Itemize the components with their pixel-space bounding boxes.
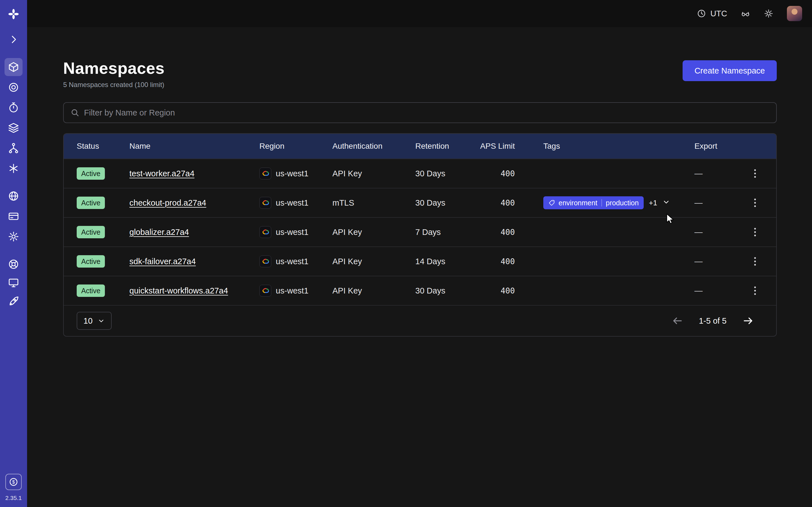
previous-page-button[interactable] xyxy=(672,315,683,327)
retention-value: 7 Days xyxy=(415,228,480,237)
sidebar-item-support[interactable] xyxy=(4,255,22,273)
page-size-select[interactable]: 10 xyxy=(77,312,112,330)
status-badge: Active xyxy=(77,167,105,180)
rings-icon xyxy=(8,81,19,93)
namespace-link[interactable]: globalizer.a27a4 xyxy=(130,228,189,237)
app-version: 2.35.1 xyxy=(5,495,22,501)
aps-value: 400 xyxy=(480,286,543,295)
sidebar-item-branch[interactable] xyxy=(4,139,22,157)
auth-value: API Key xyxy=(333,286,415,295)
tag-value: production xyxy=(606,199,639,207)
tag-badge[interactable]: environment production xyxy=(543,196,644,209)
kebab-menu-icon[interactable] xyxy=(752,196,758,209)
sidebar-item-nexus[interactable] xyxy=(4,159,22,177)
sidebar-expand-chevron-icon[interactable] xyxy=(4,31,22,48)
sidebar-item-screen[interactable] xyxy=(4,274,22,292)
page-subtitle: 5 Namespaces created (100 limit) xyxy=(63,81,165,89)
export-value: — xyxy=(695,228,703,237)
sidebar-item-billing[interactable] xyxy=(4,207,22,225)
kebab-menu-icon[interactable] xyxy=(752,226,758,238)
aps-value: 400 xyxy=(480,257,543,266)
chevron-down-icon xyxy=(98,317,105,325)
clock-icon xyxy=(697,9,706,18)
retention-value: 14 Days xyxy=(415,257,480,266)
sidebar-item-timer[interactable] xyxy=(4,99,22,117)
column-header-aps: APS Limit xyxy=(480,142,543,151)
next-page-button[interactable] xyxy=(742,315,754,327)
auth-value: API Key xyxy=(333,169,415,178)
namespace-link[interactable]: checkout-prod.a27a4 xyxy=(130,198,206,207)
theme-toggle-button[interactable] xyxy=(764,9,773,18)
kebab-menu-icon[interactable] xyxy=(752,167,758,180)
status-badge: Active xyxy=(77,284,105,297)
sun-icon xyxy=(764,9,773,18)
region-label: us-west1 xyxy=(276,198,308,208)
gcp-region-icon xyxy=(259,197,271,209)
arrow-left-icon xyxy=(672,315,683,327)
export-value: — xyxy=(695,169,703,178)
kebab-menu-icon[interactable] xyxy=(752,284,758,297)
tag-more-count: +1 xyxy=(649,199,657,207)
table-row: Active globalizer.a27a4 us-west1 API Key… xyxy=(64,217,776,246)
region-label: us-west1 xyxy=(276,169,308,178)
retention-value: 30 Days xyxy=(415,169,480,178)
sidebar-item-layers[interactable] xyxy=(4,119,22,137)
column-header-tags: Tags xyxy=(543,142,695,151)
globe-icon xyxy=(8,190,19,202)
sidebar-item-namespaces[interactable] xyxy=(4,58,22,76)
table-footer: 10 1-5 of 5 xyxy=(64,305,776,336)
auth-value: API Key xyxy=(333,228,415,237)
table-row: Active checkout-prod.a27a4 us-west1 mTLS… xyxy=(64,188,776,217)
column-header-name: Name xyxy=(130,142,259,151)
column-header-status: Status xyxy=(77,142,130,151)
page-size-value: 10 xyxy=(84,316,93,326)
gcp-region-icon xyxy=(259,226,271,238)
retention-value: 30 Days xyxy=(415,286,480,295)
aps-value: 400 xyxy=(480,228,543,237)
namespace-link[interactable]: sdk-failover.a27a4 xyxy=(130,257,196,266)
table-header-row: Status Name Region Authentication Retent… xyxy=(64,134,776,159)
create-namespace-button[interactable]: Create Namespace xyxy=(682,60,777,81)
table-row: Active test-worker.a27a4 us-west1 API Ke… xyxy=(64,159,776,188)
column-header-region: Region xyxy=(259,142,333,151)
gcp-region-icon xyxy=(259,285,271,297)
monitor-icon xyxy=(8,277,19,289)
kebab-menu-icon[interactable] xyxy=(752,255,758,268)
asterisk-icon xyxy=(8,163,19,174)
table-row: Active quickstart-workflows.a27a4 us-wes… xyxy=(64,276,776,305)
tags-cell: environment production +1 xyxy=(543,196,695,209)
namespace-link[interactable]: test-worker.a27a4 xyxy=(130,169,195,178)
user-avatar[interactable] xyxy=(787,6,802,21)
pagination-range: 1-5 of 5 xyxy=(699,316,726,326)
export-value: — xyxy=(695,198,703,208)
glasses-icon xyxy=(741,9,750,18)
auth-value: API Key xyxy=(333,257,415,266)
sidebar-item-settings[interactable] xyxy=(4,228,22,245)
namespaces-table: Status Name Region Authentication Retent… xyxy=(63,133,777,337)
namespace-link[interactable]: quickstart-workflows.a27a4 xyxy=(130,286,228,295)
gcp-region-icon xyxy=(259,256,271,267)
tag-divider xyxy=(601,199,602,207)
status-badge: Active xyxy=(77,255,105,268)
topbar: UTC xyxy=(27,0,812,27)
gear-icon xyxy=(8,231,19,242)
filter-search-box[interactable] xyxy=(63,102,777,123)
lifebuoy-icon xyxy=(8,258,19,270)
tags-expand-chevron-icon[interactable] xyxy=(662,198,670,208)
status-badge: Active xyxy=(77,196,105,209)
cube-icon xyxy=(8,61,19,73)
timezone-label: UTC xyxy=(710,9,727,18)
svg-text:$: $ xyxy=(12,480,15,485)
tag-key: environment xyxy=(559,199,598,207)
aps-value: 400 xyxy=(480,198,543,208)
accessibility-button[interactable] xyxy=(741,9,750,18)
export-value: — xyxy=(695,257,703,266)
usage-shortcut-button[interactable]: $ xyxy=(5,474,22,490)
table-row: Active sdk-failover.a27a4 us-west1 API K… xyxy=(64,246,776,276)
usage-dollar-icon: $ xyxy=(8,476,19,488)
sidebar-item-rocket[interactable] xyxy=(4,292,22,311)
timezone-selector[interactable]: UTC xyxy=(697,9,727,18)
sidebar-item-rings[interactable] xyxy=(4,78,22,96)
sidebar-item-globe[interactable] xyxy=(4,187,22,205)
filter-search-input[interactable] xyxy=(84,108,769,117)
